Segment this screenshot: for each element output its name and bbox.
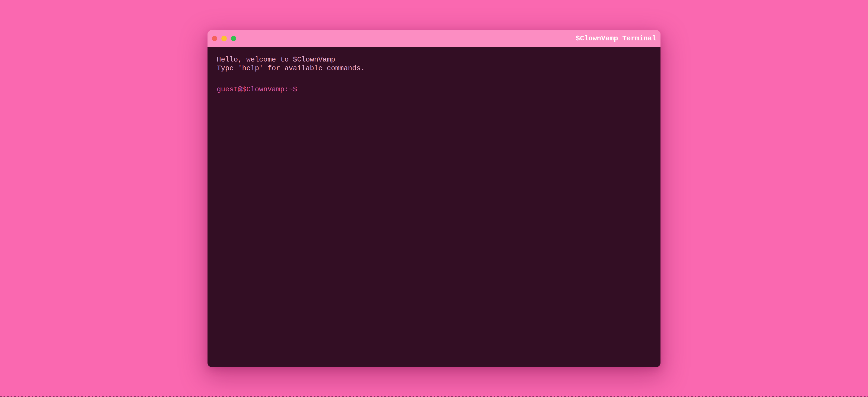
maximize-button[interactable] xyxy=(231,36,236,41)
window-title: $ClownVamp Terminal xyxy=(576,34,656,42)
terminal-screen[interactable]: Hello, welcome to $ClownVamp Type 'help'… xyxy=(208,47,660,367)
traffic-lights xyxy=(212,36,236,41)
terminal-prompt: guest@$ClownVamp:~$ xyxy=(217,85,651,94)
minimize-button[interactable] xyxy=(221,36,227,41)
close-button[interactable] xyxy=(212,36,217,41)
terminal-output-line: Hello, welcome to $ClownVamp xyxy=(217,55,651,64)
desktop-background: $ClownVamp Terminal Hello, welcome to $C… xyxy=(0,0,868,397)
terminal-output-line: Type 'help' for available commands. xyxy=(217,64,651,73)
terminal-window: $ClownVamp Terminal Hello, welcome to $C… xyxy=(208,30,660,367)
window-titlebar[interactable]: $ClownVamp Terminal xyxy=(208,30,660,47)
